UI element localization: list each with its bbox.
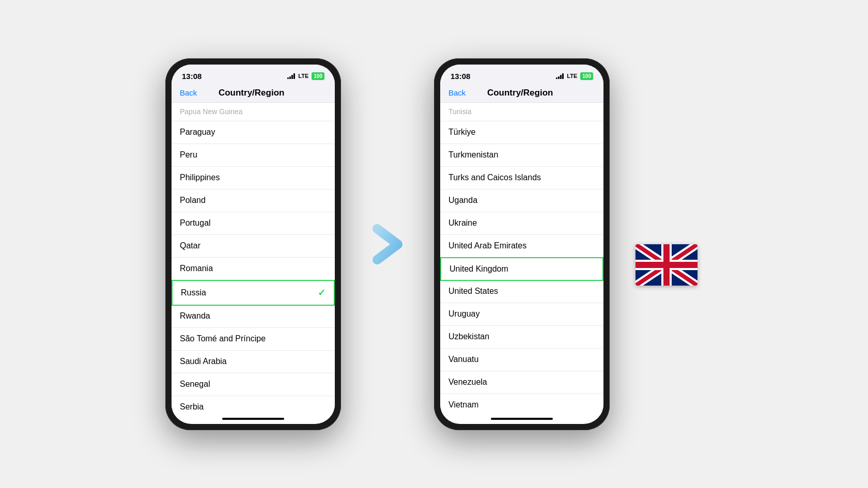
signal-bar-1: [556, 77, 557, 79]
signal-bar-4: [562, 73, 564, 79]
list-item[interactable]: Tunisia: [440, 103, 603, 121]
signal-bars-icon-2: [556, 73, 564, 79]
phone-2-screen: 13:08 LTE 100 Back Co: [440, 65, 603, 424]
phone-1-list: Papua New Guinea Paraguay Peru Philippin…: [172, 103, 335, 415]
list-item[interactable]: United Arab Emirates: [440, 235, 603, 258]
list-item[interactable]: Romania: [172, 258, 335, 280]
phone-1-screen: 13:08 LTE 100 Back Co: [172, 65, 335, 424]
uk-flag-image: [636, 244, 698, 286]
phone-1-status-icons: LTE 100: [287, 72, 324, 80]
arrow-container: [362, 224, 413, 265]
next-arrow-icon: [367, 224, 408, 265]
list-item-label: United Kingdom: [450, 264, 508, 274]
list-item[interactable]: Turkmenistan: [440, 144, 603, 167]
list-item[interactable]: Poland: [172, 190, 335, 212]
list-item-uk-selected[interactable]: United Kingdom: [440, 257, 603, 281]
phone-1-back-button[interactable]: Back: [180, 88, 197, 97]
list-item[interactable]: Serbia: [172, 396, 335, 415]
lte-label-2: LTE: [567, 73, 577, 79]
list-item[interactable]: São Tomé and Príncipe: [172, 328, 335, 351]
list-item[interactable]: Paraguay: [172, 121, 335, 144]
phone-2-status-bar: 13:08 LTE 100: [440, 65, 603, 84]
phone-2-nav-bar: Back Country/Region: [440, 84, 603, 103]
list-item-russia-selected[interactable]: Russia ✓: [172, 280, 335, 306]
signal-bar-3: [560, 75, 562, 79]
signal-bar-4: [293, 73, 295, 79]
phone-1-nav-bar: Back Country/Region: [172, 84, 335, 103]
list-item[interactable]: Uzbekistan: [440, 326, 603, 349]
list-item[interactable]: Peru: [172, 144, 335, 167]
list-item[interactable]: Saudi Arabia: [172, 351, 335, 373]
list-item[interactable]: United States: [440, 280, 603, 303]
phone-2-status-icons: LTE 100: [556, 72, 593, 80]
signal-bar-2: [558, 76, 560, 79]
list-item[interactable]: Papua New Guinea: [172, 103, 335, 121]
lte-label-1: LTE: [298, 73, 308, 79]
svg-rect-8: [636, 262, 698, 268]
phone-2-wrapper: 13:08 LTE 100 Back Co: [434, 58, 610, 430]
list-item[interactable]: Qatar: [172, 235, 335, 258]
phone-2: 13:08 LTE 100 Back Co: [434, 58, 610, 430]
list-item[interactable]: Venezuela: [440, 371, 603, 394]
phone-2-back-button[interactable]: Back: [448, 88, 466, 97]
list-item-label: Russia: [181, 288, 206, 297]
list-item[interactable]: Uruguay: [440, 303, 603, 326]
signal-bar-3: [291, 75, 293, 79]
phone-1-status-bar: 13:08 LTE 100: [172, 65, 335, 84]
list-item[interactable]: Turks and Caicos Islands: [440, 167, 603, 190]
signal-bar-1: [287, 77, 289, 79]
battery-icon-1: 100: [312, 72, 324, 80]
phone-2-list: Tunisia Türkiye Turkmenistan Turks and C…: [440, 103, 603, 415]
battery-icon-2: 100: [580, 72, 593, 80]
list-item[interactable]: Uganda: [440, 190, 603, 212]
scene: 13:08 LTE 100 Back Co: [0, 0, 868, 488]
list-item[interactable]: Senegal: [172, 373, 335, 396]
list-item[interactable]: Vanuatu: [440, 349, 603, 371]
checkmark-icon: ✓: [318, 287, 326, 298]
list-item[interactable]: Rwanda: [172, 305, 335, 328]
phone-2-home-indicator: [491, 418, 553, 420]
phone-1-home-indicator: [222, 418, 284, 420]
phone-1-time: 13:08: [182, 72, 202, 81]
phone-2-nav-title: Country/Region: [487, 88, 553, 98]
list-item[interactable]: Portugal: [172, 212, 335, 235]
list-item[interactable]: Vietnam: [440, 394, 603, 415]
phone-1: 13:08 LTE 100 Back Co: [165, 58, 341, 430]
flag-container: [630, 203, 703, 286]
list-item[interactable]: Ukraine: [440, 212, 603, 235]
list-item[interactable]: Philippines: [172, 167, 335, 190]
signal-bar-2: [289, 76, 291, 79]
signal-bars-icon: [287, 73, 295, 79]
phone-2-time: 13:08: [451, 72, 470, 81]
phone-1-nav-title: Country/Region: [219, 88, 285, 98]
list-item[interactable]: Türkiye: [440, 121, 603, 144]
phone-1-wrapper: 13:08 LTE 100 Back Co: [165, 58, 341, 430]
